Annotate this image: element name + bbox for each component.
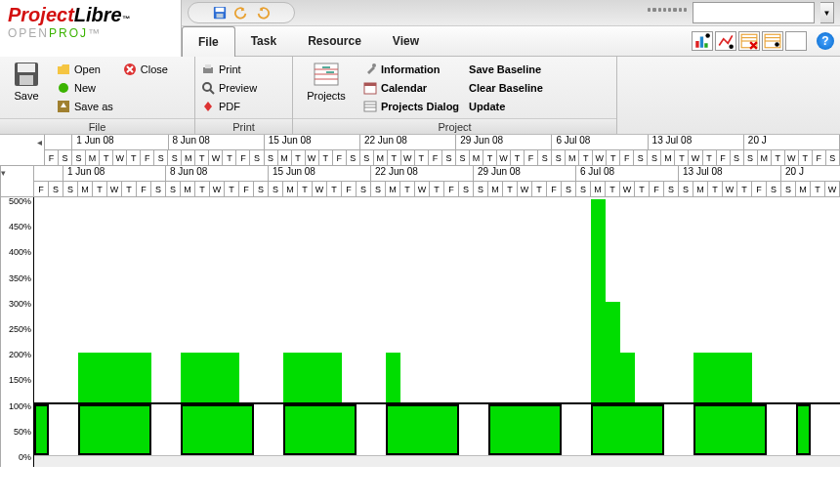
redo-icon[interactable] [256,6,270,20]
histogram-plot: ▴▾ [34,197,840,467]
open-button[interactable]: Open [57,61,113,78]
svg-rect-4 [700,37,703,48]
save-icon[interactable] [213,6,227,20]
view-chart-usage-icon[interactable] [715,31,736,51]
search-input[interactable] [693,2,815,23]
svg-rect-16 [18,63,35,72]
svg-rect-1 [216,8,225,12]
svg-point-7 [729,44,734,49]
svg-rect-33 [364,83,376,86]
tab-task[interactable]: Task [235,26,292,56]
clear-baseline-button[interactable]: Clear Baseline [469,79,543,97]
week-label: 20 J [781,166,840,181]
svg-line-24 [210,90,214,94]
horizontal-scrollbar[interactable] [34,455,840,467]
svg-rect-3 [695,41,698,48]
new-button[interactable]: New [57,79,113,97]
information-button[interactable]: Information [363,61,459,78]
week-label: 8 Jun 08 [166,166,269,181]
save-as-button[interactable]: Save as [57,98,113,115]
projects-button[interactable]: Projects [299,61,354,102]
svg-rect-34 [364,102,376,111]
close-button[interactable]: Close [123,61,168,78]
svg-rect-5 [704,43,707,48]
print-button[interactable]: Print [201,61,257,78]
week-label: 13 Jul 08 [649,135,744,149]
timeline-overview: ◂ 1 Jun 088 Jun 0815 Jun 0822 Jun 0829 J… [0,135,840,166]
preview-button[interactable]: Preview [201,79,257,97]
week-label: 6 Jul 08 [576,166,679,181]
chart-scroll-down-icon[interactable]: ▾ [1,168,6,178]
svg-point-31 [372,63,376,67]
calendar-icon [363,81,377,95]
ribbon-group-file-label: File [0,118,194,134]
chart-y-axis: 0%50%100%150%200%250%300%350%400%450%500… [1,197,34,467]
calendar-button[interactable]: Calendar [363,79,459,97]
grip-dots-icon [648,8,687,18]
pdf-button[interactable]: PDF [201,98,257,115]
magnifier-icon [201,81,215,95]
projects-dialog-button[interactable]: Projects Dialog [363,98,459,115]
quick-access-toolbar [188,2,295,23]
svg-rect-2 [217,14,224,18]
week-label: 13 Jul 08 [679,166,781,181]
week-label: 29 Jun 08 [474,166,576,181]
app-logo: ProjectLibre™ OPENPROJ™ [0,0,182,57]
week-label: 29 Jun 08 [456,135,552,149]
svg-point-23 [203,83,211,91]
view-report-person-icon[interactable] [762,31,783,51]
new-doc-icon [57,81,70,95]
folder-open-icon [57,63,70,76]
wrench-icon [363,63,377,76]
close-icon [123,63,137,76]
week-label: 6 Jul 08 [552,135,648,149]
save-as-icon [57,100,70,113]
view-histogram-icon[interactable] [692,31,713,51]
save-baseline-button[interactable]: Save Baseline [469,61,543,78]
tab-resource[interactable]: Resource [292,26,377,56]
view-report-x-icon[interactable] [738,31,760,51]
pdf-icon [201,100,215,113]
ribbon-group-print-label: Print [195,118,292,134]
dialog-icon [363,100,377,113]
week-label: 22 Jun 08 [360,135,456,149]
svg-rect-22 [205,64,211,68]
timeline-scroll-left-icon[interactable]: ◂ [37,137,42,147]
week-label: 8 Jun 08 [169,135,265,149]
week-label: 20 J [744,135,840,149]
printer-icon [201,63,215,76]
tab-file[interactable]: File [182,26,235,57]
ribbon-group-project-label: Project [293,118,616,134]
svg-rect-29 [322,66,330,68]
view-blank-icon[interactable] [785,31,807,51]
svg-point-18 [59,83,68,93]
save-button[interactable]: Save [6,61,47,102]
week-label: 1 Jun 08 [63,166,166,181]
week-label: 1 Jun 08 [72,135,168,149]
tab-view[interactable]: View [377,26,435,56]
update-button[interactable]: Update [469,98,543,115]
help-icon[interactable]: ? [817,32,834,50]
week-label: 15 Jun 08 [269,166,371,181]
svg-point-6 [705,33,710,38]
search-dropdown-button[interactable]: ▼ [820,2,834,23]
week-label: 15 Jun 08 [265,135,360,149]
week-label: 22 Jun 08 [371,166,474,181]
svg-point-14 [775,42,779,47]
svg-rect-30 [326,71,334,73]
svg-rect-17 [20,75,33,85]
undo-icon[interactable] [234,6,248,20]
